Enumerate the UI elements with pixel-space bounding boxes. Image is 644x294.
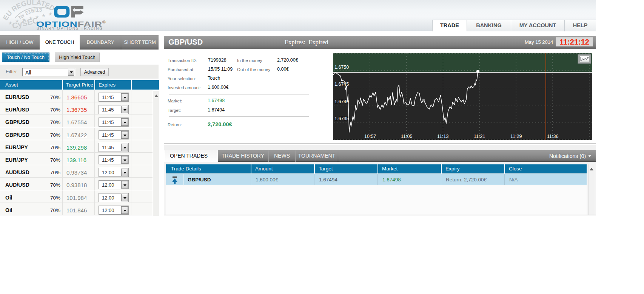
svg-text:11:21: 11:21: [474, 134, 485, 139]
svg-text:11:36: 11:36: [547, 134, 558, 139]
svg-text:1.6740: 1.6740: [334, 99, 349, 104]
svg-text:10:57: 10:57: [364, 134, 376, 139]
svg-text:11:13: 11:13: [437, 134, 448, 139]
svg-text:★: ★: [42, 13, 46, 18]
svg-text:1.6735: 1.6735: [334, 116, 349, 121]
svg-text:1.6750: 1.6750: [334, 65, 349, 70]
svg-text:11:05: 11:05: [401, 134, 412, 139]
svg-text:11:29: 11:29: [510, 134, 522, 139]
svg-text:1.6745: 1.6745: [334, 82, 349, 87]
